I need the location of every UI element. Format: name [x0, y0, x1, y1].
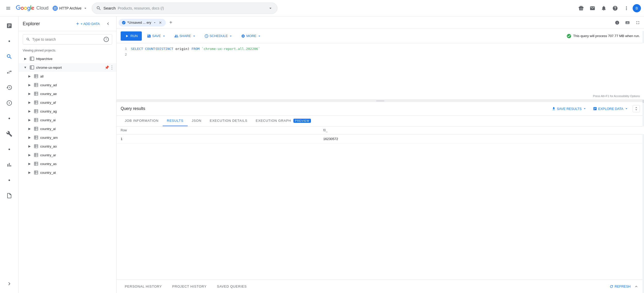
- more-icon-country-ad[interactable]: ⋮: [110, 82, 114, 88]
- share-chevron-icon: [192, 34, 196, 38]
- table-header-row: Row f0_: [117, 126, 644, 134]
- save-button[interactable]: SAVE: [144, 31, 169, 41]
- more-icon-country-ao[interactable]: ⋮: [110, 143, 114, 149]
- keyboard-icon-btn[interactable]: [623, 19, 632, 27]
- tree-item-country_ag[interactable]: ▶ country_ag ⋮: [19, 107, 116, 116]
- tab-execution-graph[interactable]: EXECUTION GRAPH PREVIEW: [252, 116, 315, 126]
- tree-item-country_am[interactable]: ▶ country_am ⋮: [19, 133, 116, 142]
- more-icon-chrome-ux-report[interactable]: ⋮: [110, 65, 114, 70]
- run-button[interactable]: RUN: [121, 31, 142, 41]
- more-icon-country-at[interactable]: ⋮: [110, 170, 114, 175]
- search-input[interactable]: [32, 37, 102, 41]
- more-icon-country-al[interactable]: ⋮: [110, 126, 114, 132]
- explorer-search-box[interactable]: ?: [23, 34, 112, 45]
- hamburger-menu[interactable]: [3, 3, 13, 13]
- more-icon-country-af[interactable]: ⋮: [110, 100, 114, 105]
- global-search[interactable]: Search Products, resources, docs (/): [92, 3, 277, 14]
- save-results-chevron-icon: [583, 107, 587, 111]
- rail-item-search[interactable]: [2, 49, 16, 64]
- tab-json[interactable]: JSON: [188, 116, 206, 126]
- tab-personal-history[interactable]: PERSONAL HISTORY: [121, 282, 166, 290]
- tab-job-information[interactable]: JOB INFORMATION: [121, 116, 163, 126]
- user-avatar[interactable]: B: [633, 4, 641, 12]
- tree-item-country_ad[interactable]: ▶ country_ad ⋮: [19, 81, 116, 89]
- viewing-text: Viewing pinned projects.: [19, 48, 116, 54]
- more-icon-httparchive[interactable]: ⋮: [110, 56, 114, 62]
- more-icon-country-am[interactable]: ⋮: [110, 135, 114, 140]
- refresh-label: REFRESH: [615, 285, 631, 288]
- tree-item-country_al[interactable]: ▶ country_al ⋮: [19, 124, 116, 133]
- more-icon-country-ar[interactable]: ⋮: [110, 152, 114, 158]
- more-icon-country-ai[interactable]: ⋮: [110, 117, 114, 123]
- share-button[interactable]: SHARE: [171, 31, 199, 41]
- more-icon-all[interactable]: ⋮: [110, 73, 114, 79]
- tree-item-country_af[interactable]: ▶ country_af ⋮: [19, 98, 116, 107]
- tree-item-all[interactable]: ▶ all ⋮: [19, 72, 116, 81]
- explore-data-button[interactable]: EXPLORE DATA: [591, 105, 631, 112]
- share-label: SHARE: [179, 34, 191, 38]
- result-tabs: JOB INFORMATION RESULTS JSON EXECUTION D…: [117, 116, 644, 126]
- save-icon: [147, 34, 151, 38]
- more-icon-country-as[interactable]: ⋮: [110, 161, 114, 167]
- help-icon-btn[interactable]: [610, 3, 620, 13]
- rail-item-schema[interactable]: [2, 96, 16, 110]
- chevron-down-tab-icon: [153, 21, 156, 24]
- top-navigation: Cloud HTTP Archive Search Products, reso…: [0, 0, 644, 16]
- rail-item-transfer[interactable]: [2, 65, 16, 79]
- tree-item-chrome-ux-report[interactable]: ▼ chrome-ux-report 📌 ⋮: [19, 63, 116, 72]
- preview-badge: PREVIEW: [293, 119, 311, 123]
- svg-rect-45: [34, 153, 38, 157]
- rail-item-history[interactable]: [2, 80, 16, 95]
- tab-saved-queries[interactable]: SAVED QUERIES: [213, 282, 251, 290]
- tree-label-country-ag: country_ag: [40, 109, 110, 113]
- resize-handle[interactable]: [117, 100, 644, 102]
- collapse-explorer-button[interactable]: [104, 20, 112, 28]
- tree-item-country_ae[interactable]: ▶ country_ae ⋮: [19, 89, 116, 98]
- more-icon-country-ag[interactable]: ⋮: [110, 108, 114, 114]
- tree-item-country_as[interactable]: ▶ country_as ⋮: [19, 159, 116, 168]
- tab-execution-details[interactable]: EXECUTION DETAILS: [205, 116, 251, 126]
- mail-icon-btn[interactable]: [587, 3, 598, 13]
- expand-results-button[interactable]: [633, 105, 640, 112]
- rail-item-analytics[interactable]: [2, 19, 16, 33]
- save-results-icon: [552, 107, 556, 111]
- main-layout: Explorer + ADD DATA ? Viewing pinned pro…: [0, 16, 644, 293]
- bell-icon-btn[interactable]: [599, 3, 609, 13]
- add-data-button[interactable]: + ADD DATA: [73, 20, 102, 27]
- close-tab-button[interactable]: ✕: [158, 20, 163, 25]
- cell-f0-value: 16230572: [319, 134, 644, 144]
- schedule-button[interactable]: SCHEDULE: [201, 31, 236, 41]
- tree-item-country_ai[interactable]: ▶ country_ai ⋮: [19, 116, 116, 124]
- cell-row-number: 1: [117, 134, 319, 144]
- search-help-icon[interactable]: ?: [104, 37, 109, 42]
- tab-results[interactable]: RESULTS: [163, 116, 188, 126]
- save-results-button[interactable]: SAVE RESULTS: [550, 105, 589, 112]
- collapse-bottom-button[interactable]: [633, 283, 640, 290]
- rail-item-chart[interactable]: [2, 158, 16, 172]
- svg-rect-49: [34, 162, 38, 165]
- svg-rect-17: [34, 92, 38, 95]
- more-button[interactable]: MORE: [238, 31, 265, 41]
- gift-icon-btn[interactable]: [576, 3, 586, 13]
- google-cloud-logo[interactable]: Cloud: [15, 5, 48, 11]
- rail-item-expand[interactable]: [2, 277, 16, 291]
- rail-item-tools[interactable]: [2, 127, 16, 141]
- svg-rect-21: [34, 101, 38, 104]
- query-tab-unsaved[interactable]: *Unsaved ... ery ✕: [119, 19, 166, 27]
- info-icon-btn[interactable]: [613, 19, 621, 27]
- tree-item-country_ar[interactable]: ▶ country_ar ⋮: [19, 151, 116, 159]
- tree-item-country_ao[interactable]: ▶ country_ao ⋮: [19, 142, 116, 151]
- tree-item-httparchive[interactable]: ▶ httparchive ⋮: [19, 54, 116, 63]
- refresh-button[interactable]: REFRESH: [609, 285, 631, 289]
- project-selector[interactable]: HTTP Archive: [51, 4, 90, 12]
- rail-item-doc[interactable]: [2, 188, 16, 203]
- explorer-title: Explorer: [23, 21, 71, 27]
- tree-label-country-af: country_af: [40, 101, 110, 105]
- dots-vertical-icon-btn[interactable]: [621, 3, 632, 13]
- tree-item-country_at[interactable]: ▶ country_at ⋮: [19, 168, 116, 177]
- tab-project-history[interactable]: PROJECT HISTORY: [168, 282, 211, 290]
- more-icon-country-ae[interactable]: ⋮: [110, 91, 114, 97]
- fullscreen-icon-btn[interactable]: [634, 19, 642, 27]
- code-editor[interactable]: 1 SELECT COUNT(DISTINCT origin) FROM `ch…: [117, 43, 644, 100]
- new-tab-button[interactable]: +: [167, 19, 175, 27]
